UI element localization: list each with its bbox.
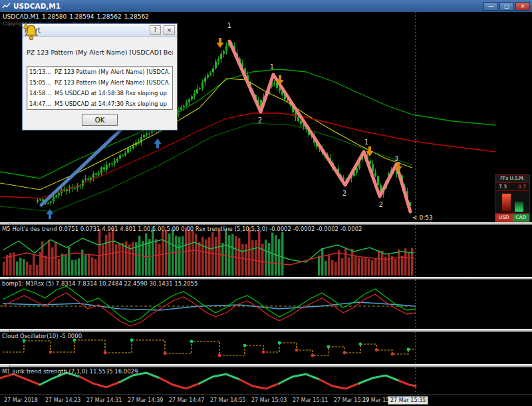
alert-text: M5 USDCAD at 14:47:30 Rsx sloping up [55,101,167,107]
svg-text:1: 1 [270,63,274,71]
ind1-svg[interactable] [0,225,532,277]
indicator-pane-cloud-oscillator: Cloud Oscillator(10) -5.0000 [0,332,532,364]
time-axis-label: 27 Mar 15:03 [251,397,287,403]
svg-text:2: 2 [379,201,383,208]
symbol-label: USDCAD,M1 [3,13,39,20]
time-axis-label: 27 Mar 14:39 [128,397,163,403]
ffx-footer: USD CAD [495,214,529,222]
alert-message-row: PZ 123 Pattern (My Alert Name) [USDCAD] … [27,40,173,64]
alert-list-item[interactable]: 14:58...M5 USDCAD at 14:58:38 Rsx slopin… [27,88,172,99]
time-axis-label: 27 Mar 14:55 [210,397,245,403]
alert-list[interactable]: 15:13...PZ 123 Pattern (My Alert Name) [… [27,66,173,110]
svg-text:3: 3 [394,155,398,162]
indicator-pane-holt-trend: M5 Holt's des trend 0.0751 0.0731 4.901 … [0,225,532,277]
time-axis-label: 27 Mar 14:47 [169,397,204,403]
cad-label: CAD [513,214,530,222]
alert-text: PZ 123 Pattern (My Alert Name) [USDCA... [55,69,170,75]
high-value: 1.28594 [69,13,94,20]
ffx-strength-meter: FFx U.S.M. 7.3 0.7 USD CAD [495,174,530,222]
open-value: 1.28580 [42,13,66,20]
svg-text:1: 1 [227,22,231,29]
alert-time: 14:47... [29,101,52,107]
time-axis[interactable]: 27 Mar 15:35 27 Mar 201827 Mar 14:2327 M… [0,394,532,406]
alert-time: 15:13... [29,69,52,75]
indicator-label: Cloud Oscillator(10) -5.0000 [2,333,82,339]
time-axis-label: 27 Mar 14:23 [45,397,80,403]
alert-list-item[interactable]: 14:47...M5 USDCAD at 14:47:30 Rsx slopin… [27,99,172,109]
current-time-badge: 27 Mar 15:35 [388,396,428,405]
time-axis-label: 27 Mar 2018 [4,397,38,403]
svg-text:2: 2 [258,116,262,124]
splitter-grip[interactable] [0,365,10,367]
low-value: 1.28562 [96,13,121,20]
chart-app-icon [2,2,11,10]
ffx-usd-value: 7.3 [499,183,507,190]
indicator-pane-jurik-trend: M1 jurik trend strength (7,1,0) 11.5535 … [0,367,532,394]
alert-close-button[interactable]: × [164,25,175,35]
ffx-values: 7.3 0.7 [495,183,529,191]
ok-button[interactable]: OK [82,114,118,126]
alert-dialog: Alert ? × PZ 123 Pattern (My Alert Name)… [22,23,178,130]
ffx-bars [495,191,529,214]
ohlc-readout: USDCAD,M11.285801.285941.285621.28562 [3,13,152,20]
splitter-grip[interactable] [0,329,10,331]
indicator-pane-rsx: bomp1: M1Rsx (5) 7.8314 7.8314 10.2484 2… [0,280,532,329]
ffx-title: FFx U.S.M. [495,175,529,183]
alert-text: PZ 123 Pattern (My Alert Name) [USDCA... [55,79,170,86]
svg-text:< 0:53: < 0:53 [412,214,433,221]
usd-strength-bar [502,194,511,212]
alert-help-button[interactable]: ? [150,25,161,35]
alert-time: 14:58... [29,90,52,97]
indicator-label: bomp1: M1Rsx (5) 7.8314 7.8314 10.2484 2… [2,280,198,287]
close-button[interactable]: × [515,2,530,11]
svg-text:2: 2 [342,190,346,197]
alert-text: M5 USDCAD at 14:58:38 Rsx sloping up [55,90,167,97]
maximize-button[interactable]: □ [499,2,514,11]
minimize-button[interactable]: — [483,2,498,11]
indicator-label: M5 Holt's des trend 0.0751 0.0731 4.901 … [2,226,362,232]
alert-list-item[interactable]: 15:13...PZ 123 Pattern (My Alert Name) [… [27,67,172,77]
splitter-grip[interactable] [0,278,10,279]
splitter-grip[interactable] [0,223,10,224]
alert-time: 15:05... [29,79,52,86]
indicator-label: M1 jurik trend strength (7,1,0) 11.5535 … [2,368,138,375]
usd-label: USD [495,214,513,222]
ind2-svg[interactable] [0,280,532,329]
time-axis-label: 27 Mar 14:31 [86,397,122,403]
mt4-window: USDCAD,M1 — □ × 12121233< 0:53 USDCAD,M1… [0,0,532,406]
window-title: USDCAD,M1 [13,2,481,10]
alert-list-item[interactable]: 15:05...PZ 123 Pattern (My Alert Name) [… [27,77,172,88]
cad-strength-bar [515,202,523,212]
alert-message: PZ 123 Pattern (My Alert Name) [USDCAD] … [27,49,173,56]
alert-dialog-body: PZ 123 Pattern (My Alert Name) [USDCAD] … [23,37,177,130]
time-axis-label: 27 Mar 15:11 [293,397,328,403]
alert-dialog-title-bar[interactable]: Alert ? × [23,24,177,37]
title-bar[interactable]: USDCAD,M1 — □ × [0,0,532,12]
ffx-cad-value: 0.7 [518,183,526,190]
close-value: 1.28562 [124,13,149,20]
alert-dialog-title: Alert [25,27,147,34]
main-chart-pane: 12121233< 0:53 USDCAD,M11.285801.285941.… [0,12,532,222]
svg-text:1: 1 [364,138,368,146]
